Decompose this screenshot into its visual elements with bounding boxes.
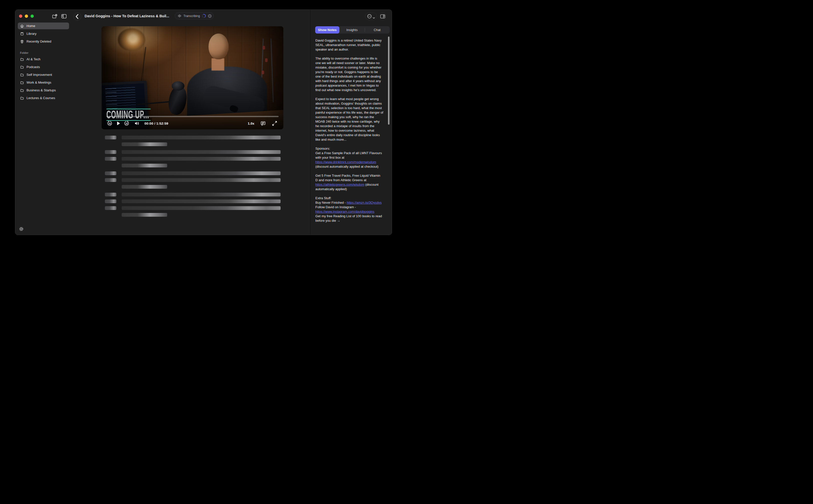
text-placeholder	[122, 157, 281, 161]
text-placeholder	[122, 164, 167, 167]
transcript-skeleton-row	[72, 150, 311, 154]
sidebar-item-label: Home	[27, 24, 35, 28]
sidebar-item-recently-deleted[interactable]: Recently Deleted	[18, 38, 69, 45]
play-icon[interactable]	[115, 121, 121, 126]
toggle-right-panel-icon	[380, 14, 385, 19]
folder-icon	[20, 57, 24, 61]
close-x-icon[interactable]	[208, 14, 212, 18]
folder-icon	[20, 81, 24, 85]
toggle-right-panel-button[interactable]	[379, 13, 386, 20]
close-window-button[interactable]	[19, 15, 22, 18]
folder-icon	[20, 65, 24, 69]
timestamp-placeholder	[105, 150, 116, 154]
more-options-button[interactable]	[365, 13, 377, 20]
external-link[interactable]: https://amzn.to/3Qvcdvs	[347, 201, 381, 204]
sidebar-folder-lectures-courses[interactable]: Lectures & Courses	[18, 95, 69, 101]
folder-label: AI & Tech	[27, 57, 40, 61]
zoom-window-button[interactable]	[31, 15, 34, 18]
notes-text: Get my free Reading List of 100 books to…	[315, 214, 383, 222]
transcript-skeleton-row	[72, 142, 311, 146]
timestamp-placeholder	[105, 199, 116, 203]
video-frame[interactable]: COMING UP... 10	[102, 26, 283, 129]
transcript-skeleton-row	[72, 193, 311, 196]
back-button[interactable]	[73, 13, 81, 21]
sidebar-item-library[interactable]: Library	[18, 30, 69, 37]
transcript-loading-skeleton	[72, 136, 311, 221]
notes-text: David Goggins is a retired United States…	[315, 39, 382, 51]
video-caption: COMING UP...	[106, 110, 149, 119]
chevron-left-icon	[74, 13, 81, 20]
timestamp-placeholder	[105, 178, 116, 182]
sidebar-item-home[interactable]: Home	[18, 23, 69, 29]
sidebar-folder-business-startups[interactable]: Business & Startups	[18, 87, 69, 94]
playback-speed-button[interactable]: 1.0x	[248, 122, 254, 125]
show-notes-paragraph: Expect to learn what most people get wro…	[315, 97, 383, 142]
notes-text: Follow David on Instagram -	[315, 205, 357, 209]
show-notes-paragraph: Sponsors: Get a Free Sample Pack of all …	[315, 146, 383, 169]
timestamp-placeholder	[105, 171, 116, 175]
panel-scrollbar[interactable]	[388, 37, 389, 125]
waveform-icon	[178, 14, 181, 18]
transcribing-badge: Transcribing	[175, 12, 214, 20]
folder-label: Self Improvement	[27, 73, 52, 77]
sidebar-folder-list: AI & TechPodcastsSelf ImprovementWork & …	[15, 56, 72, 101]
text-placeholder	[122, 142, 167, 146]
volume-icon[interactable]	[134, 121, 140, 126]
notes-text: Extra Stuff: Buy Never Finished -	[315, 196, 347, 204]
sidebar-section-label: Folder	[20, 51, 72, 54]
sidebar-item-label: Recently Deleted	[27, 40, 51, 43]
folder-label: Work & Meetings	[27, 81, 51, 84]
rewind-10-icon[interactable]: 10	[107, 121, 112, 126]
text-placeholder	[122, 171, 281, 175]
show-notes-paragraph: Get 5 Free Travel Packs, Free Liquid Vit…	[315, 173, 383, 191]
text-placeholder	[122, 206, 281, 210]
tab-insights[interactable]: Insights	[339, 26, 365, 34]
timestamp-placeholder	[105, 157, 116, 161]
sidebar-folder-self-improvement[interactable]: Self Improvement	[18, 71, 69, 78]
main-content: David Goggins - How To Defeat Laziness &…	[72, 10, 311, 235]
transcript-skeleton-row	[72, 171, 311, 175]
player-controls: 10 10	[107, 120, 277, 126]
transcript-skeleton-row	[72, 164, 311, 167]
new-folder-icon[interactable]	[52, 14, 57, 19]
transcript-skeleton-row	[72, 157, 311, 161]
notes-text: Get 5 Free Travel Packs, Free Liquid Vit…	[315, 174, 381, 182]
show-notes-paragraph: David Goggins is a retired United States…	[315, 38, 383, 52]
video-caption-block: COMING UP...	[106, 109, 177, 121]
progress-spinner	[201, 14, 206, 18]
tab-show-notes[interactable]: Show Notes	[315, 26, 339, 34]
transcript-skeleton-row	[72, 206, 311, 210]
panel-tab-bar: Show NotesInsightsChat	[315, 26, 390, 34]
trash-icon	[20, 40, 24, 44]
minimize-window-button[interactable]	[25, 15, 28, 18]
toggle-left-sidebar-icon[interactable]	[61, 14, 67, 19]
transcript-skeleton-row	[72, 178, 311, 182]
show-notes-paragraph: Extra Stuff: Buy Never Finished - https:…	[315, 196, 383, 223]
text-placeholder	[122, 193, 281, 196]
episode-title: David Goggins - How To Defeat Laziness &…	[85, 14, 169, 18]
library-icon	[20, 32, 24, 36]
forward-10-icon[interactable]: 10	[124, 121, 129, 126]
text-placeholder	[122, 185, 167, 189]
folder-icon	[20, 96, 24, 100]
tab-chat[interactable]: Chat	[365, 26, 390, 34]
fullscreen-icon[interactable]	[272, 121, 277, 126]
folder-label: Business & Startups	[27, 88, 56, 92]
show-notes-paragraph: The ability to overcome challenges in li…	[315, 56, 383, 92]
notes-text: Sponsors: Get a Free Sample Pack of all …	[315, 147, 383, 159]
external-link[interactable]: https://athleticgreens.com/wisdom	[315, 183, 364, 186]
external-link[interactable]: https://www.drinklmnt.com/modernwisdom	[315, 160, 376, 164]
comment-icon[interactable]	[260, 121, 266, 126]
notes-text: The ability to overcome challenges in li…	[315, 57, 382, 92]
seek-bar[interactable]	[106, 116, 279, 117]
sidebar-folder-podcasts[interactable]: Podcasts	[18, 64, 69, 70]
sidebar-folder-work-meetings[interactable]: Work & Meetings	[18, 79, 69, 86]
transcribing-label: Transcribing	[183, 14, 200, 18]
settings-gear-icon[interactable]	[19, 226, 24, 231]
folder-icon	[20, 88, 24, 92]
right-panel: Show NotesInsightsChat David Goggins is …	[310, 10, 392, 235]
sidebar-folder-ai-tech[interactable]: AI & Tech	[18, 56, 69, 63]
text-placeholder	[122, 136, 281, 139]
external-link[interactable]: https://www.instagram.com/davidgoggins	[315, 210, 374, 213]
folder-label: Lectures & Courses	[27, 96, 55, 100]
